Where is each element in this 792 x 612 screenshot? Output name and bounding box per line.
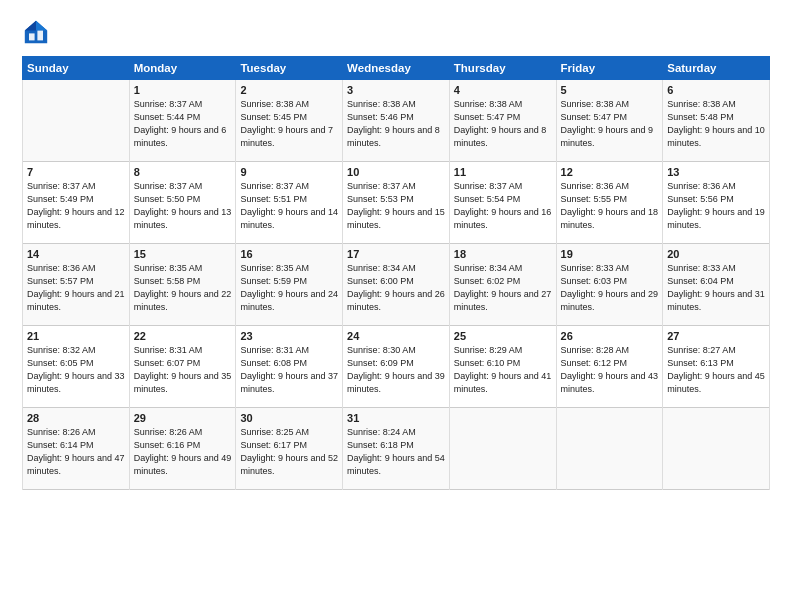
calendar-cell: 3Sunrise: 8:38 AMSunset: 5:46 PMDaylight…: [343, 80, 450, 162]
calendar-cell: 9Sunrise: 8:37 AMSunset: 5:51 PMDaylight…: [236, 162, 343, 244]
day-info: Sunrise: 8:26 AMSunset: 6:16 PMDaylight:…: [134, 426, 232, 478]
calendar-cell: 21Sunrise: 8:32 AMSunset: 6:05 PMDayligh…: [23, 326, 130, 408]
header-day-tuesday: Tuesday: [236, 57, 343, 80]
header-day-saturday: Saturday: [663, 57, 770, 80]
day-info: Sunrise: 8:37 AMSunset: 5:53 PMDaylight:…: [347, 180, 445, 232]
day-number: 2: [240, 84, 338, 96]
day-number: 23: [240, 330, 338, 342]
day-number: 21: [27, 330, 125, 342]
day-info: Sunrise: 8:37 AMSunset: 5:51 PMDaylight:…: [240, 180, 338, 232]
day-number: 26: [561, 330, 659, 342]
day-number: 27: [667, 330, 765, 342]
day-info: Sunrise: 8:38 AMSunset: 5:48 PMDaylight:…: [667, 98, 765, 150]
day-info: Sunrise: 8:36 AMSunset: 5:57 PMDaylight:…: [27, 262, 125, 314]
calendar-cell: 1Sunrise: 8:37 AMSunset: 5:44 PMDaylight…: [129, 80, 236, 162]
calendar-cell: 2Sunrise: 8:38 AMSunset: 5:45 PMDaylight…: [236, 80, 343, 162]
day-number: 28: [27, 412, 125, 424]
day-info: Sunrise: 8:36 AMSunset: 5:55 PMDaylight:…: [561, 180, 659, 232]
day-info: Sunrise: 8:30 AMSunset: 6:09 PMDaylight:…: [347, 344, 445, 396]
day-info: Sunrise: 8:34 AMSunset: 6:02 PMDaylight:…: [454, 262, 552, 314]
calendar-table: SundayMondayTuesdayWednesdayThursdayFrid…: [22, 56, 770, 490]
calendar-cell: 14Sunrise: 8:36 AMSunset: 5:57 PMDayligh…: [23, 244, 130, 326]
calendar-cell: [23, 80, 130, 162]
day-number: 8: [134, 166, 232, 178]
calendar-cell: 11Sunrise: 8:37 AMSunset: 5:54 PMDayligh…: [449, 162, 556, 244]
day-info: Sunrise: 8:25 AMSunset: 6:17 PMDaylight:…: [240, 426, 338, 478]
calendar-cell: 17Sunrise: 8:34 AMSunset: 6:00 PMDayligh…: [343, 244, 450, 326]
week-row-1: 1Sunrise: 8:37 AMSunset: 5:44 PMDaylight…: [23, 80, 770, 162]
day-number: 10: [347, 166, 445, 178]
calendar-cell: 19Sunrise: 8:33 AMSunset: 6:03 PMDayligh…: [556, 244, 663, 326]
day-number: 12: [561, 166, 659, 178]
day-number: 14: [27, 248, 125, 260]
week-row-4: 21Sunrise: 8:32 AMSunset: 6:05 PMDayligh…: [23, 326, 770, 408]
day-number: 9: [240, 166, 338, 178]
day-number: 19: [561, 248, 659, 260]
day-info: Sunrise: 8:38 AMSunset: 5:46 PMDaylight:…: [347, 98, 445, 150]
calendar-cell: 7Sunrise: 8:37 AMSunset: 5:49 PMDaylight…: [23, 162, 130, 244]
calendar-cell: 15Sunrise: 8:35 AMSunset: 5:58 PMDayligh…: [129, 244, 236, 326]
calendar-cell: 13Sunrise: 8:36 AMSunset: 5:56 PMDayligh…: [663, 162, 770, 244]
day-number: 4: [454, 84, 552, 96]
day-number: 13: [667, 166, 765, 178]
day-info: Sunrise: 8:35 AMSunset: 5:58 PMDaylight:…: [134, 262, 232, 314]
day-number: 25: [454, 330, 552, 342]
svg-rect-4: [37, 31, 43, 41]
day-number: 11: [454, 166, 552, 178]
day-info: Sunrise: 8:24 AMSunset: 6:18 PMDaylight:…: [347, 426, 445, 478]
calendar-cell: 18Sunrise: 8:34 AMSunset: 6:02 PMDayligh…: [449, 244, 556, 326]
day-info: Sunrise: 8:27 AMSunset: 6:13 PMDaylight:…: [667, 344, 765, 396]
svg-marker-2: [25, 21, 36, 31]
calendar-cell: 25Sunrise: 8:29 AMSunset: 6:10 PMDayligh…: [449, 326, 556, 408]
day-info: Sunrise: 8:38 AMSunset: 5:47 PMDaylight:…: [561, 98, 659, 150]
day-info: Sunrise: 8:26 AMSunset: 6:14 PMDaylight:…: [27, 426, 125, 478]
week-row-2: 7Sunrise: 8:37 AMSunset: 5:49 PMDaylight…: [23, 162, 770, 244]
calendar-cell: 22Sunrise: 8:31 AMSunset: 6:07 PMDayligh…: [129, 326, 236, 408]
header-day-sunday: Sunday: [23, 57, 130, 80]
calendar-cell: 29Sunrise: 8:26 AMSunset: 6:16 PMDayligh…: [129, 408, 236, 490]
day-info: Sunrise: 8:31 AMSunset: 6:08 PMDaylight:…: [240, 344, 338, 396]
day-number: 30: [240, 412, 338, 424]
calendar-cell: [449, 408, 556, 490]
page: SundayMondayTuesdayWednesdayThursdayFrid…: [0, 0, 792, 612]
calendar-cell: 20Sunrise: 8:33 AMSunset: 6:04 PMDayligh…: [663, 244, 770, 326]
day-info: Sunrise: 8:28 AMSunset: 6:12 PMDaylight:…: [561, 344, 659, 396]
day-info: Sunrise: 8:37 AMSunset: 5:50 PMDaylight:…: [134, 180, 232, 232]
day-info: Sunrise: 8:29 AMSunset: 6:10 PMDaylight:…: [454, 344, 552, 396]
calendar-cell: 23Sunrise: 8:31 AMSunset: 6:08 PMDayligh…: [236, 326, 343, 408]
day-number: 22: [134, 330, 232, 342]
day-info: Sunrise: 8:37 AMSunset: 5:44 PMDaylight:…: [134, 98, 232, 150]
day-number: 24: [347, 330, 445, 342]
week-row-3: 14Sunrise: 8:36 AMSunset: 5:57 PMDayligh…: [23, 244, 770, 326]
day-number: 18: [454, 248, 552, 260]
calendar-cell: 16Sunrise: 8:35 AMSunset: 5:59 PMDayligh…: [236, 244, 343, 326]
header: [22, 18, 770, 46]
day-info: Sunrise: 8:38 AMSunset: 5:45 PMDaylight:…: [240, 98, 338, 150]
day-info: Sunrise: 8:38 AMSunset: 5:47 PMDaylight:…: [454, 98, 552, 150]
day-info: Sunrise: 8:33 AMSunset: 6:03 PMDaylight:…: [561, 262, 659, 314]
calendar-cell: [663, 408, 770, 490]
day-info: Sunrise: 8:35 AMSunset: 5:59 PMDaylight:…: [240, 262, 338, 314]
week-row-5: 28Sunrise: 8:26 AMSunset: 6:14 PMDayligh…: [23, 408, 770, 490]
calendar-cell: [556, 408, 663, 490]
calendar-cell: 26Sunrise: 8:28 AMSunset: 6:12 PMDayligh…: [556, 326, 663, 408]
header-row: SundayMondayTuesdayWednesdayThursdayFrid…: [23, 57, 770, 80]
calendar-cell: 31Sunrise: 8:24 AMSunset: 6:18 PMDayligh…: [343, 408, 450, 490]
day-info: Sunrise: 8:34 AMSunset: 6:00 PMDaylight:…: [347, 262, 445, 314]
day-number: 7: [27, 166, 125, 178]
day-info: Sunrise: 8:31 AMSunset: 6:07 PMDaylight:…: [134, 344, 232, 396]
calendar-cell: 6Sunrise: 8:38 AMSunset: 5:48 PMDaylight…: [663, 80, 770, 162]
day-number: 20: [667, 248, 765, 260]
header-day-friday: Friday: [556, 57, 663, 80]
day-info: Sunrise: 8:33 AMSunset: 6:04 PMDaylight:…: [667, 262, 765, 314]
day-number: 29: [134, 412, 232, 424]
day-number: 15: [134, 248, 232, 260]
day-number: 1: [134, 84, 232, 96]
day-number: 6: [667, 84, 765, 96]
day-number: 5: [561, 84, 659, 96]
calendar-cell: 4Sunrise: 8:38 AMSunset: 5:47 PMDaylight…: [449, 80, 556, 162]
calendar-cell: 5Sunrise: 8:38 AMSunset: 5:47 PMDaylight…: [556, 80, 663, 162]
calendar-cell: 27Sunrise: 8:27 AMSunset: 6:13 PMDayligh…: [663, 326, 770, 408]
svg-rect-3: [29, 33, 35, 40]
calendar-cell: 28Sunrise: 8:26 AMSunset: 6:14 PMDayligh…: [23, 408, 130, 490]
